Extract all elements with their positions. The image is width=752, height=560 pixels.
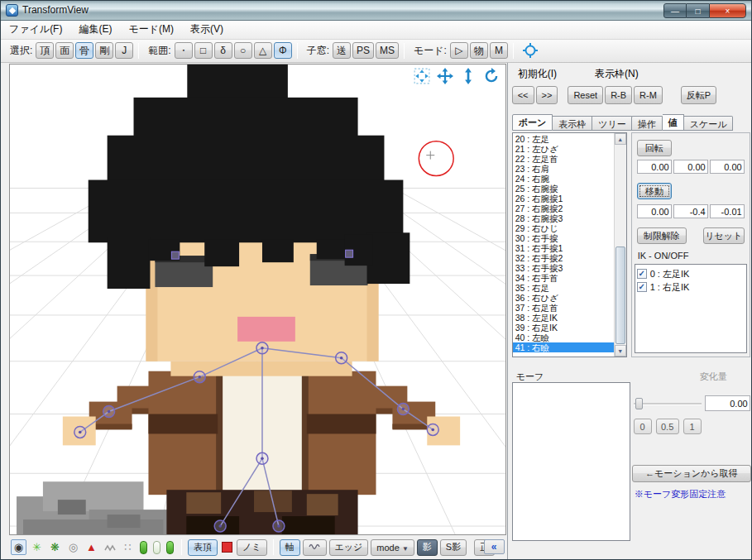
collapse-panel-button[interactable]: « <box>484 539 505 554</box>
next-button[interactable]: >> <box>536 86 558 104</box>
green-capsule-icon[interactable] <box>140 541 147 554</box>
tab-tree[interactable]: ツリー <box>592 116 633 131</box>
ik-item[interactable]: ✓ 0 : 左足IK <box>637 267 745 280</box>
tab-scale[interactable]: スケール <box>684 116 734 131</box>
range-rect-button[interactable]: □ <box>194 42 213 59</box>
edge-button[interactable]: エッジ <box>329 539 369 556</box>
rm-button[interactable]: R-M <box>634 86 663 104</box>
invert-p-button[interactable]: 反転P <box>681 86 716 104</box>
shadow-button[interactable]: 影 <box>417 539 438 556</box>
bone-list-item[interactable]: 37 : 右足首 <box>513 303 614 313</box>
scrollbar-track[interactable] <box>615 145 626 345</box>
checkbox-checked-icon[interactable]: ✓ <box>637 282 647 292</box>
maximize-button[interactable]: □ <box>687 3 709 18</box>
front-vertex-button[interactable]: 表頂 <box>188 539 218 556</box>
rotate-button[interactable]: 回転 <box>637 140 672 156</box>
bone-list-item[interactable]: 26 : 右腕捩1 <box>513 194 614 203</box>
bone-list-item[interactable]: 25 : 右腕捩 <box>513 184 614 194</box>
quick-0-button[interactable]: 0 <box>634 419 652 434</box>
unlock-button[interactable]: 制限解除 <box>637 227 687 244</box>
bone-list-item[interactable]: 22 : 左足首 <box>513 154 614 164</box>
child-ms-button[interactable]: MS <box>376 42 399 59</box>
bone-list-item[interactable]: 32 : 右手捩2 <box>513 253 614 263</box>
bone-list-item[interactable]: 28 : 右腕捩3 <box>513 213 614 223</box>
ik-list[interactable]: ✓ 0 : 左足IK ✓ 1 : 右足IK <box>635 264 747 353</box>
range-phi-button[interactable]: Φ <box>274 42 292 59</box>
bone-list-item[interactable]: 36 : 右ひざ <box>513 293 614 303</box>
rotate-x-field[interactable] <box>637 160 672 174</box>
bone-list-item[interactable]: 31 : 右手捩1 <box>513 243 614 253</box>
range-dot-button[interactable]: ・ <box>175 42 193 59</box>
bone-list-item[interactable]: 20 : 左足 <box>513 134 614 144</box>
select-bone-button[interactable]: 骨 <box>75 42 93 59</box>
bone-list-item[interactable]: 39 : 右足IK <box>513 323 614 333</box>
mode-play-button[interactable]: ▷ <box>450 42 468 59</box>
bone-list-item[interactable]: 35 : 右足 <box>513 283 614 293</box>
flower-asterisk-icon[interactable]: ❋ <box>47 539 63 555</box>
menu-edit[interactable]: 編集(E) <box>70 20 120 39</box>
child-ps-button[interactable]: PS <box>352 42 374 59</box>
bone-list-item[interactable]: 33 : 右手捩3 <box>513 263 614 273</box>
select-rigid-button[interactable]: 剛 <box>95 42 113 59</box>
bone-list-item[interactable]: 41 : 右瞼 <box>513 342 614 352</box>
menu-mode[interactable]: モード(M) <box>120 20 182 39</box>
move-z-field[interactable] <box>710 204 745 218</box>
bone-list-item[interactable]: 38 : 左足IK <box>513 313 614 323</box>
range-circle-button[interactable]: ○ <box>234 42 252 59</box>
scroll-down-icon[interactable]: ▼ <box>615 345 626 357</box>
3d-viewport[interactable] <box>9 64 506 535</box>
rotate-z-field[interactable] <box>710 160 745 174</box>
zoom-view-button[interactable] <box>459 68 477 84</box>
reset-button[interactable]: Reset <box>568 86 603 104</box>
tab-value[interactable]: 値 <box>663 114 684 131</box>
green-capsule2-icon[interactable] <box>166 541 174 554</box>
init-menu[interactable]: 初期化(I) <box>511 65 563 84</box>
bone-list-item[interactable]: 40 : 左瞼 <box>513 333 614 342</box>
mode-dropdown[interactable]: mode ▼ <box>371 539 414 556</box>
scrollbar-thumb[interactable] <box>615 246 625 344</box>
target-icon[interactable] <box>522 42 539 59</box>
bone-list-item[interactable]: 21 : 左ひざ <box>513 144 614 154</box>
checkbox-checked-icon[interactable]: ✓ <box>637 269 647 279</box>
close-button[interactable]: × <box>709 3 746 18</box>
move-view-button[interactable] <box>436 68 454 84</box>
rotate-y-field[interactable] <box>673 160 708 174</box>
tab-operation[interactable]: 操作 <box>631 116 663 131</box>
tab-display-frame[interactable]: 表示枠 <box>553 116 592 131</box>
prev-button[interactable]: << <box>512 86 534 104</box>
axis-button[interactable]: 軸 <box>280 539 300 556</box>
bone-list-item[interactable]: 29 : 右ひじ <box>513 223 614 233</box>
zigzag-icon[interactable] <box>102 539 117 555</box>
select-joint-button[interactable]: J <box>115 42 133 59</box>
move-y-field[interactable] <box>673 204 708 218</box>
bone-list[interactable]: 20 : 左足21 : 左ひざ22 : 左足首23 : 右肩24 : 右腕25 … <box>513 133 614 357</box>
move-button[interactable]: 移動 <box>637 183 672 199</box>
bone-list-item[interactable]: 34 : 右手首 <box>513 273 614 283</box>
move-x-field[interactable] <box>637 204 672 218</box>
range-lasso-button[interactable]: δ <box>214 42 232 59</box>
amount-slider[interactable] <box>634 397 702 410</box>
dots-icon[interactable]: ∷ <box>120 539 136 555</box>
mode-object-button[interactable]: 物 <box>470 42 488 59</box>
bone-list-item[interactable]: 24 : 右腕 <box>513 174 614 184</box>
red-triangle-icon[interactable]: ▲ <box>84 539 99 555</box>
morph-list[interactable] <box>512 382 630 541</box>
select-vertex-button[interactable]: 頂 <box>36 42 54 59</box>
slider-handle[interactable] <box>635 398 643 409</box>
red-swatch-icon[interactable] <box>222 542 232 553</box>
rb-button[interactable]: R-B <box>605 86 632 104</box>
wave-button[interactable] <box>303 539 327 556</box>
range-polygon-button[interactable]: △ <box>254 42 272 59</box>
nomi-button[interactable]: ノミ <box>237 539 267 556</box>
quick-1-button[interactable]: 1 <box>683 419 702 434</box>
minimize-button[interactable]: — <box>663 3 687 18</box>
quick-05-button[interactable]: 0.5 <box>656 419 679 434</box>
pan-view-button[interactable] <box>413 68 431 84</box>
white-capsule-icon[interactable] <box>153 541 160 554</box>
bone-list-item[interactable]: 23 : 右肩 <box>513 164 614 174</box>
bone-list-item[interactable]: 27 : 右腕捩2 <box>513 203 614 213</box>
menu-file[interactable]: ファイル(F) <box>1 20 70 39</box>
display-frame-menu[interactable]: 表示枠(N) <box>588 65 645 84</box>
child-send-button[interactable]: 送 <box>333 42 351 59</box>
filled-circle-icon[interactable]: ◉ <box>11 539 26 555</box>
